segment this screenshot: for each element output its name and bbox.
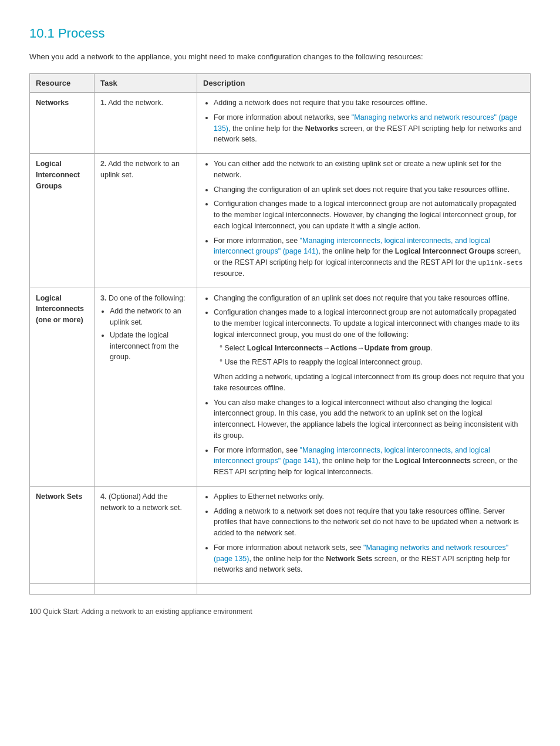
task-ns: 4. (Optional) Add the network to a netwo…: [95, 486, 197, 583]
desc-li: Changing the configuration of an uplink …: [197, 288, 531, 486]
desc-networks: Adding a network does not require that y…: [197, 93, 531, 154]
page-title: 10.1 Process: [29, 23, 531, 43]
process-table: Resource Task Description Networks 1. Ad…: [29, 73, 531, 595]
col-header-task: Task: [95, 73, 197, 93]
desc-ns: Applies to Ethernet networks only. Addin…: [197, 486, 531, 583]
intro-text: When you add a network to the appliance,…: [29, 51, 531, 63]
table-row: LogicalInterconnects(one or more) 3. Do …: [30, 288, 531, 486]
resource-ns: Network Sets: [30, 486, 95, 583]
resource-lig: LogicalInterconnectGroups: [30, 154, 95, 288]
resource-li: LogicalInterconnects(one or more): [30, 288, 95, 486]
page-footer: 100 Quick Start: Adding a network to an …: [29, 606, 531, 617]
task-networks: 1. Add the network.: [95, 93, 197, 154]
table-row: LogicalInterconnectGroups 2. Add the net…: [30, 154, 531, 288]
desc-lig: You can either add the network to an exi…: [197, 154, 531, 288]
task-li: 3. Do one of the following: Add the netw…: [95, 288, 197, 486]
col-header-resource: Resource: [30, 73, 95, 93]
table-row-empty: [30, 584, 531, 595]
table-row: Networks 1. Add the network. Adding a ne…: [30, 93, 531, 154]
link-networks-managing[interactable]: "Managing networks and network resources…: [214, 113, 517, 133]
col-header-description: Description: [197, 73, 531, 93]
table-row: Network Sets 4. (Optional) Add the netwo…: [30, 486, 531, 583]
resource-networks: Networks: [30, 93, 95, 154]
task-lig: 2. Add the network to an uplink set.: [95, 154, 197, 288]
